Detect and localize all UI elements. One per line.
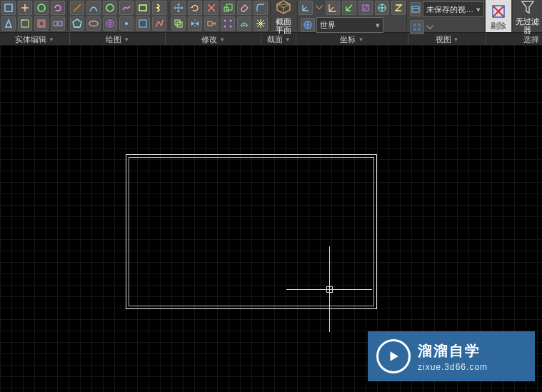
- svg-point-10: [109, 22, 111, 25]
- chevron-down-icon: ▼: [49, 36, 54, 43]
- chevron-down-icon: ▼: [358, 36, 363, 43]
- icon-ellipse[interactable]: [86, 16, 101, 31]
- icon-trim[interactable]: [204, 1, 219, 15]
- section-plane-label: 截面平面: [276, 17, 291, 34]
- no-filter-label: 无过滤器: [515, 17, 541, 34]
- icon-offset-face[interactable]: [34, 1, 49, 15]
- clip-icon: [490, 3, 507, 20]
- icon-erase[interactable]: [237, 1, 251, 15]
- svg-point-6: [106, 4, 114, 11]
- view-name-combo[interactable]: 未保存的视… ▾: [423, 1, 484, 17]
- svg-point-1: [38, 4, 45, 11]
- panel-title-clip: [486, 33, 521, 46]
- chevron-down-icon: ▾: [373, 21, 380, 30]
- icon-shell[interactable]: [34, 16, 49, 31]
- panel-title-coords[interactable]: 坐标▼: [296, 33, 408, 46]
- icon-fillet[interactable]: [254, 1, 268, 15]
- svg-point-8: [89, 21, 98, 26]
- svg-rect-5: [59, 21, 62, 26]
- icon-copy[interactable]: [171, 16, 186, 31]
- ucs-name-value: 世界: [320, 20, 336, 31]
- icon-move[interactable]: [171, 1, 186, 15]
- svg-point-19: [229, 20, 231, 22]
- svg-point-18: [224, 20, 226, 22]
- group-modify: [170, 0, 269, 32]
- icon-stretch[interactable]: [204, 16, 219, 31]
- icon-3dpoly[interactable]: [152, 16, 166, 31]
- panel-title-section[interactable]: 截面▼: [261, 33, 296, 46]
- icon-line[interactable]: [70, 1, 84, 15]
- view-dropdown-icon[interactable]: [426, 21, 434, 34]
- panel-title-modify[interactable]: 修改▼: [166, 33, 261, 46]
- icon-donut[interactable]: [103, 16, 117, 31]
- ucs-name-combo[interactable]: 世界 ▾: [316, 17, 383, 33]
- icon-point[interactable]: [119, 16, 134, 31]
- no-filter-button[interactable]: 无过滤器: [513, 0, 542, 32]
- icon-explode[interactable]: [254, 16, 268, 31]
- icon-spline[interactable]: [119, 1, 134, 15]
- icon-offset[interactable]: [237, 16, 251, 31]
- clip-button[interactable]: 剔除: [486, 0, 511, 32]
- icon-scale[interactable]: [221, 1, 235, 15]
- chevron-down-icon: ▼: [124, 36, 129, 43]
- icon-taper-face[interactable]: [1, 16, 16, 31]
- icon-ucs-obj[interactable]: [358, 1, 373, 15]
- section-plane-icon: [275, 0, 292, 16]
- svg-rect-4: [54, 21, 57, 26]
- ribbon: 截面平面 世界 ▾: [0, 0, 542, 33]
- rectangle-inner[interactable]: [129, 157, 374, 306]
- svg-point-20: [224, 26, 226, 28]
- svg-rect-29: [418, 28, 421, 31]
- filter-icon: [519, 0, 536, 16]
- play-icon: [376, 339, 411, 373]
- svg-rect-3: [39, 21, 44, 26]
- panel-title-solid-edit[interactable]: 实体编辑▼: [0, 33, 70, 46]
- icon-circle[interactable]: [103, 1, 117, 15]
- chevron-down-icon: ▼: [219, 36, 225, 43]
- icon-move-face[interactable]: [18, 1, 32, 15]
- icon-mirror[interactable]: [188, 16, 202, 31]
- group-coords: 世界 ▾: [298, 0, 406, 32]
- chevron-down-icon: ▾: [473, 5, 481, 14]
- panel-title-select[interactable]: 选择: [521, 33, 542, 46]
- panel-title-draw[interactable]: 绘图▼: [70, 33, 166, 46]
- icon-rotate-face[interactable]: [51, 1, 65, 15]
- svg-point-11: [125, 22, 128, 25]
- drawing-canvas[interactable]: 溜溜自学 zixue.3d66.com: [0, 45, 542, 392]
- svg-point-9: [106, 20, 114, 27]
- icon-separate[interactable]: [51, 16, 65, 31]
- icon-ucs-world[interactable]: [326, 1, 340, 15]
- svg-point-21: [229, 26, 231, 28]
- icon-region[interactable]: [136, 16, 150, 31]
- icon-ucs[interactable]: [298, 1, 313, 15]
- icon-helix[interactable]: [152, 1, 166, 15]
- group-solid-edit: [0, 0, 66, 32]
- icon-polygon[interactable]: [70, 16, 84, 31]
- icon-ucs-prev[interactable]: [342, 1, 356, 15]
- panel-title-view[interactable]: 视图▼: [408, 33, 486, 46]
- icon-array[interactable]: [221, 16, 235, 31]
- chevron-down-icon: ▼: [453, 36, 459, 43]
- watermark-url: zixue.3d66.com: [418, 362, 488, 372]
- section-plane-button[interactable]: 截面平面: [271, 0, 296, 32]
- icon-rect[interactable]: [136, 1, 150, 15]
- icon-arc[interactable]: [86, 1, 101, 15]
- svg-rect-12: [139, 20, 146, 27]
- icon-ucs-z[interactable]: [391, 1, 406, 15]
- icon-ucs-view[interactable]: [375, 1, 389, 15]
- icon-solid-dropdown[interactable]: [18, 16, 32, 31]
- icon-extrude-face[interactable]: [1, 1, 16, 15]
- svg-rect-25: [412, 6, 419, 12]
- svg-rect-0: [5, 4, 12, 11]
- chevron-down-icon: ▼: [285, 36, 291, 43]
- ucs-dropdown-icon[interactable]: [315, 1, 323, 14]
- svg-rect-26: [413, 24, 416, 26]
- clip-label: 剔除: [491, 21, 506, 30]
- icon-view-manager[interactable]: [410, 20, 424, 34]
- watermark-title: 溜溜自学: [418, 341, 488, 361]
- icon-rotate[interactable]: [188, 1, 202, 15]
- group-draw: [69, 0, 168, 32]
- icon-named-views[interactable]: [410, 2, 421, 16]
- svg-rect-28: [413, 28, 416, 31]
- icon-named-ucs[interactable]: [301, 18, 315, 32]
